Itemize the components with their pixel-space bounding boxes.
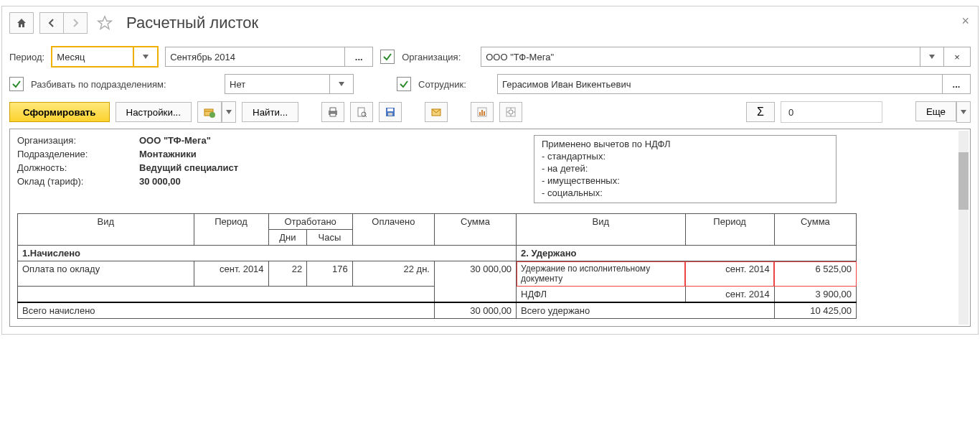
withheld-row1-name: Удержание по исполнительному документу — [517, 261, 685, 287]
accrued-row-hours: 176 — [307, 261, 353, 287]
emp-checkbox[interactable] — [397, 77, 411, 91]
sum-button[interactable]: Σ — [746, 102, 775, 122]
period-label: Период: — [9, 52, 44, 62]
org-dropdown[interactable] — [920, 47, 944, 67]
total-accrued-sum: 30 000,00 — [434, 302, 516, 319]
section-withheld: 2. Удержано — [517, 246, 857, 261]
back-button[interactable] — [39, 12, 63, 34]
emp-select[interactable]: Герасимов Иван Викентьевич — [497, 74, 943, 94]
svg-point-1 — [209, 112, 215, 118]
form-button[interactable]: Сформировать — [9, 102, 110, 122]
chart-button[interactable] — [471, 102, 494, 122]
org-checkbox[interactable] — [380, 50, 395, 64]
payslip-table: Вид Период Отработано Оплачено Сумма Вид… — [17, 213, 857, 319]
info-org-value: ООО "ТФ-Мега" — [139, 135, 211, 146]
save-button[interactable] — [379, 102, 402, 122]
svg-rect-14 — [484, 111, 485, 116]
svg-rect-13 — [481, 110, 483, 116]
info-sal-value: 30 000,00 — [139, 176, 181, 187]
deductions-title: Применено вычетов по НДФЛ — [542, 139, 829, 149]
split-dropdown[interactable] — [330, 74, 354, 94]
forward-button[interactable] — [63, 12, 88, 34]
accrued-row-days: 22 — [268, 261, 307, 287]
withheld-row2-period: сент. 2014 — [685, 287, 774, 303]
info-pos-label: Должность: — [17, 162, 139, 173]
svg-point-16 — [509, 110, 513, 114]
home-button[interactable] — [9, 12, 34, 34]
info-dept-label: Подразделение: — [17, 149, 139, 159]
info-org-label: Организация: — [17, 135, 139, 146]
deduction-standard: - стандартных: — [542, 151, 829, 162]
actions-dropdown[interactable] — [222, 101, 236, 123]
deductions-box: Применено вычетов по НДФЛ - стандартных:… — [534, 135, 837, 203]
total-withheld-label: Всего удержано — [517, 302, 775, 319]
accrued-row-period: сент. 2014 — [194, 261, 268, 287]
th-hours: Часы — [307, 230, 353, 246]
th-sum-r: Сумма — [774, 214, 856, 246]
accrued-row-paid: 22 дн. — [352, 261, 434, 287]
find-button[interactable]: Найти... — [242, 102, 298, 122]
th-worked: Отработано — [268, 214, 352, 230]
th-paid: Оплачено — [352, 214, 434, 246]
th-type-r: Вид — [517, 214, 685, 246]
scrollbar[interactable] — [958, 131, 969, 325]
split-checkbox[interactable] — [9, 77, 24, 91]
org-clear[interactable]: × — [944, 47, 971, 67]
th-sum-l: Сумма — [434, 214, 516, 246]
actions-button[interactable] — [197, 101, 222, 123]
svg-rect-12 — [479, 112, 481, 116]
th-period-r: Период — [685, 214, 774, 246]
period-kind-select[interactable]: Месяц — [52, 47, 133, 67]
info-pos-value: Ведущий специалист — [139, 162, 238, 173]
deduction-property: - имущественных: — [542, 175, 829, 186]
th-days: Дни — [268, 230, 307, 246]
sum-value: 0 — [781, 101, 882, 123]
withheld-row2-sum: 3 900,00 — [774, 287, 856, 303]
info-sal-label: Оклад (тариф): — [17, 176, 139, 187]
split-value-select[interactable]: Нет — [225, 74, 330, 94]
withheld-row2-name: НДФЛ — [517, 287, 685, 303]
report-area: Организация:ООО "ТФ-Мега" Подразделение:… — [9, 129, 971, 327]
close-button[interactable]: × — [961, 14, 969, 29]
email-button[interactable] — [425, 102, 448, 122]
svg-rect-9 — [388, 113, 392, 116]
th-period-l: Период — [194, 214, 268, 246]
emp-picker[interactable]: ... — [943, 74, 971, 94]
svg-rect-8 — [387, 108, 393, 111]
print-button[interactable] — [321, 102, 344, 122]
preview-button[interactable] — [350, 102, 373, 122]
more-dropdown[interactable] — [956, 101, 971, 123]
more-button[interactable]: Еще — [915, 101, 956, 121]
section-accrued: 1.Начислено — [18, 246, 517, 261]
period-value-input[interactable]: Сентябрь 2014 — [165, 47, 345, 67]
org-select[interactable]: ООО "ТФ-Мега" — [481, 47, 920, 67]
emp-label: Сотрудник: — [418, 79, 490, 90]
deduction-children: - на детей: — [542, 163, 829, 174]
page-title: Расчетный листок — [126, 14, 258, 32]
total-accrued-label: Всего начислено — [18, 302, 435, 319]
org-label: Организация: — [402, 52, 473, 62]
favorite-star-icon[interactable] — [93, 13, 116, 33]
info-dept-value: Монтажники — [139, 149, 197, 159]
total-withheld-sum: 10 425,00 — [774, 302, 856, 319]
deduction-social: - социальных: — [542, 187, 829, 198]
period-value-picker[interactable]: ... — [345, 47, 373, 67]
accrued-row-name: Оплата по окладу — [18, 261, 194, 287]
accrued-row-sum: 30 000,00 — [434, 261, 516, 303]
svg-rect-4 — [330, 113, 336, 116]
period-kind-dropdown[interactable] — [133, 47, 158, 67]
th-type-l: Вид — [18, 214, 194, 246]
withheld-row1-sum: 6 525,00 — [774, 261, 856, 287]
settings-button[interactable]: Настройки... — [116, 102, 192, 122]
split-label: Разбивать по подразделениям: — [31, 79, 217, 90]
svg-rect-3 — [330, 108, 336, 111]
settings-variant-button[interactable] — [499, 102, 522, 122]
withheld-row1-period: сент. 2014 — [685, 261, 774, 287]
